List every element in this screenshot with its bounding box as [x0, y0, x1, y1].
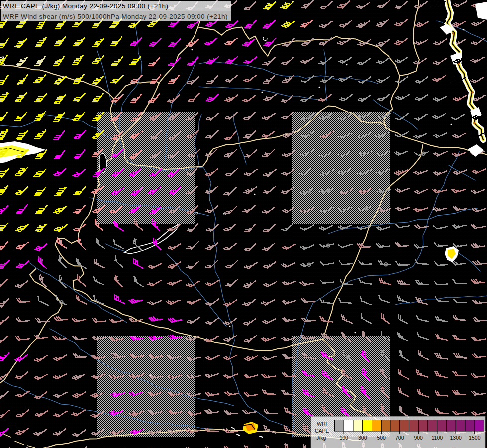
svg-text:WRF Wind shear (m/s) 500/1000h: WRF Wind shear (m/s) 500/1000hPa Monday …	[3, 13, 228, 20]
svg-text:WRF CAPE (J/kg) Monday 22-09-2: WRF CAPE (J/kg) Monday 22-09-2025 09:00 …	[3, 2, 168, 10]
svg-text:1100: 1100	[432, 435, 443, 441]
svg-text:300: 300	[358, 435, 367, 441]
svg-text:500: 500	[377, 435, 386, 441]
svg-text:1500: 1500	[469, 435, 481, 441]
svg-text:1300: 1300	[450, 435, 462, 441]
svg-text:700: 700	[395, 435, 404, 441]
svg-text:J/kg: J/kg	[316, 435, 326, 441]
svg-text:WRF: WRF	[317, 421, 329, 427]
svg-text:CAPE: CAPE	[315, 428, 329, 434]
svg-text:900: 900	[414, 435, 423, 441]
svg-text:100: 100	[339, 435, 348, 441]
